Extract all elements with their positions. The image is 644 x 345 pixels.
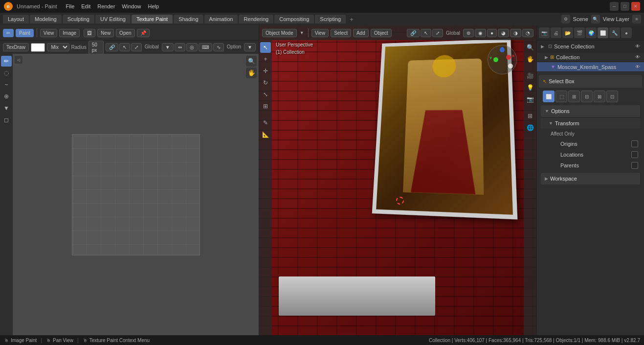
minimize-button[interactable]: ─ bbox=[610, 2, 619, 11]
vp-transform-tool[interactable]: ⊞ bbox=[260, 101, 271, 112]
menu-help[interactable]: Help bbox=[145, 2, 162, 10]
collection-eye-icon[interactable]: 👁 bbox=[635, 54, 640, 60]
tab-scripting[interactable]: Scripting bbox=[315, 15, 346, 23]
select-box-header[interactable]: ↖ Select Box bbox=[539, 75, 642, 88]
mirror-btn[interactable]: ⇔ bbox=[175, 43, 185, 51]
workspace-icon-1[interactable]: ⚙ bbox=[561, 15, 570, 23]
new-image-btn[interactable]: New bbox=[97, 29, 114, 37]
object-mode-btn[interactable]: Object Mode bbox=[262, 29, 297, 37]
vp-zoom-icon[interactable]: 🔍 bbox=[525, 42, 535, 53]
tab-shading[interactable]: Shading bbox=[174, 15, 203, 23]
select-box-mode-1[interactable]: ⬜ bbox=[543, 91, 555, 102]
soften-tool[interactable]: ◌ bbox=[1, 68, 12, 78]
object-menu[interactable]: Object bbox=[371, 29, 392, 37]
options-header[interactable]: ▼ Options bbox=[541, 105, 640, 117]
menu-edit[interactable]: Edit bbox=[78, 2, 93, 10]
add-menu[interactable]: Add bbox=[353, 29, 369, 37]
collection-tree-item[interactable]: ▶ ⊞ Collection 👁 bbox=[537, 52, 644, 62]
view-menu[interactable]: View bbox=[311, 29, 329, 37]
xray-btn[interactable]: ◉ bbox=[475, 29, 486, 37]
props-modifier-icon[interactable]: 🔧 bbox=[609, 27, 620, 38]
zoom-out-btn[interactable]: 🖐 bbox=[246, 68, 257, 78]
color-swatch[interactable] bbox=[31, 43, 45, 52]
vp-rotate-tool[interactable]: ↻ bbox=[260, 77, 271, 88]
select-box-mode-2[interactable]: ⬚ bbox=[555, 91, 567, 102]
clone-tool[interactable]: ⊕ bbox=[1, 91, 12, 102]
tab-rendering[interactable]: Rendering bbox=[239, 15, 273, 23]
transform-icon[interactable]: ⤢ bbox=[432, 29, 443, 37]
vp-world-icon[interactable]: 🌐 bbox=[525, 122, 535, 133]
add-workspace-button[interactable]: + bbox=[347, 14, 356, 24]
transform-header[interactable]: ▼ Transform bbox=[541, 118, 640, 129]
origins-checkbox[interactable] bbox=[631, 140, 638, 147]
object-tree-item[interactable]: ▼ Moscow_Kremlin_Spass 👁 bbox=[537, 62, 644, 72]
select-menu[interactable]: Select bbox=[331, 29, 351, 37]
view-menu-btn[interactable]: View bbox=[40, 29, 58, 37]
option-dropdown[interactable]: ▼ bbox=[244, 43, 256, 51]
header-btn-1[interactable]: ⌨ bbox=[199, 43, 212, 51]
tab-layout[interactable]: Layout bbox=[3, 15, 29, 23]
snap-btn[interactable]: 🔗 bbox=[106, 43, 118, 51]
zoom-in-btn[interactable]: 🔍 bbox=[246, 56, 257, 67]
tab-modeling[interactable]: Modeling bbox=[30, 15, 62, 23]
expand-btn[interactable]: ◁ bbox=[15, 56, 22, 64]
vp-render-icon[interactable]: 📷 bbox=[525, 94, 535, 105]
brush-type-btn[interactable]: TexDraw bbox=[3, 43, 29, 51]
snap-icon[interactable]: 🔗 bbox=[407, 29, 420, 37]
select-box-mode-6[interactable]: ⊡ bbox=[606, 91, 618, 102]
tab-sculpting[interactable]: Sculpting bbox=[63, 15, 94, 23]
vp-measure-tool[interactable]: 📐 bbox=[260, 129, 271, 140]
tab-compositing[interactable]: Compositing bbox=[274, 15, 314, 23]
radius-value[interactable]: 50 px bbox=[89, 41, 104, 54]
blend-mode-select[interactable]: Mix bbox=[47, 43, 69, 51]
blender-logo[interactable]: B bbox=[4, 2, 13, 11]
props-render-icon[interactable]: 📷 bbox=[539, 27, 550, 38]
image-menu-btn[interactable]: Image bbox=[59, 29, 80, 37]
shading-btn-render[interactable]: ◑ bbox=[510, 29, 521, 37]
vp-scale-tool[interactable]: ⤡ bbox=[260, 89, 271, 100]
fill-tool[interactable]: ▼ bbox=[1, 103, 12, 114]
viewport-gizmo[interactable]: X Y Z bbox=[488, 45, 517, 74]
vp-select-tool[interactable]: ↖ bbox=[260, 42, 271, 53]
vp-pan-icon[interactable]: 🖐 bbox=[525, 54, 535, 65]
props-view-layer-icon[interactable]: 📂 bbox=[562, 27, 573, 38]
vp-lamp-icon[interactable]: 💡 bbox=[525, 82, 535, 93]
scene-eye-icon[interactable]: 👁 bbox=[635, 44, 640, 49]
erase-tool[interactable]: ◻ bbox=[1, 115, 12, 125]
proportional-btn[interactable]: ◎ bbox=[186, 43, 198, 51]
menu-window[interactable]: Window bbox=[119, 2, 144, 10]
maximize-button[interactable]: □ bbox=[621, 2, 629, 11]
workspace-icon-2[interactable]: 🔍 bbox=[591, 15, 600, 23]
header-btn-2[interactable]: ∿ bbox=[213, 43, 224, 51]
menu-render[interactable]: Render bbox=[94, 2, 118, 10]
props-object-icon[interactable]: ⬜ bbox=[598, 27, 608, 38]
vp-grid-icon[interactable]: ⊞ bbox=[525, 111, 535, 121]
tab-texture-paint[interactable]: Texture Paint bbox=[132, 15, 173, 23]
object-eye-icon[interactable]: 👁 bbox=[635, 64, 640, 69]
props-scene-icon[interactable]: 🎬 bbox=[574, 27, 585, 38]
shading-btn-mat[interactable]: ◕ bbox=[498, 29, 509, 37]
vp-cursor-tool[interactable]: + bbox=[260, 54, 271, 65]
close-button[interactable]: ✕ bbox=[631, 2, 640, 11]
props-world-icon[interactable]: 🌍 bbox=[586, 27, 597, 38]
parents-checkbox[interactable] bbox=[631, 162, 638, 169]
menu-file[interactable]: File bbox=[63, 2, 78, 10]
shading-btn-solid[interactable]: ● bbox=[487, 29, 497, 37]
global-dropdown-vp[interactable]: Global bbox=[444, 30, 462, 36]
transform-btn[interactable]: ⤢ bbox=[131, 43, 142, 51]
vp-camera-icon[interactable]: 🎥 bbox=[525, 70, 535, 81]
select-box-mode-3[interactable]: ⊞ bbox=[568, 91, 580, 102]
cursor-icon[interactable]: ↖ bbox=[421, 29, 431, 37]
workspace-icon-3[interactable]: ≡ bbox=[632, 15, 641, 23]
props-output-icon[interactable]: 🖨 bbox=[551, 27, 561, 38]
vp-move-tool[interactable]: ✛ bbox=[260, 66, 271, 76]
tab-uv-editing[interactable]: UV Editing bbox=[95, 15, 131, 23]
cursor-btn[interactable]: ↖ bbox=[119, 43, 130, 51]
shading-btn-ev[interactable]: ◔ bbox=[522, 29, 533, 37]
overlay-btn[interactable]: ⊚ bbox=[463, 29, 474, 37]
vp-annotate-tool[interactable]: ✎ bbox=[260, 117, 271, 128]
props-material-icon[interactable]: ● bbox=[621, 27, 632, 38]
pin-btn[interactable]: 📌 bbox=[137, 29, 150, 37]
brush-icon[interactable]: ✏ bbox=[3, 29, 14, 37]
paint-mode-label[interactable]: Paint bbox=[16, 29, 34, 37]
